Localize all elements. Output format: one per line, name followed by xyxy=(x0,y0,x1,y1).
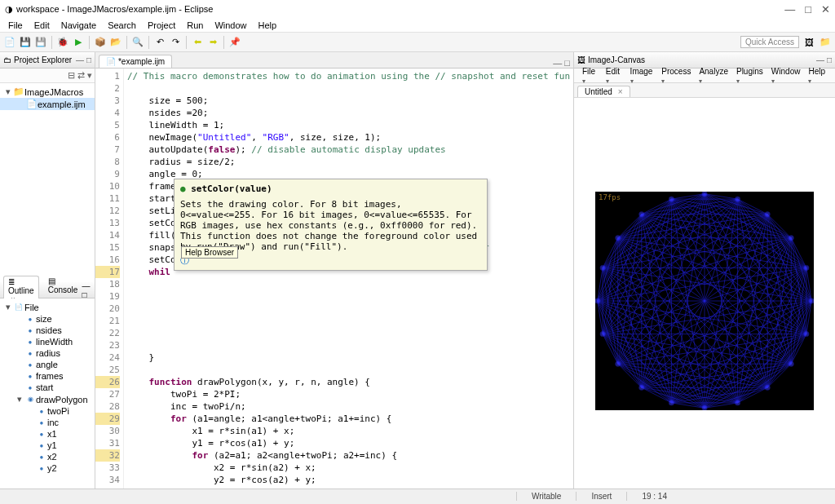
maximize-view-icon[interactable]: □ xyxy=(827,55,832,64)
menu-project[interactable]: Project xyxy=(143,20,180,31)
app-icon: ◑ xyxy=(5,4,13,15)
canvas-menu-help[interactable]: Help xyxy=(805,67,830,85)
outline-var-y2[interactable]: ●y2 xyxy=(0,462,95,474)
menu-edit[interactable]: Edit xyxy=(29,20,55,31)
maximize-editor-icon[interactable]: □ xyxy=(564,58,570,68)
canvas-menu-edit[interactable]: Edit xyxy=(603,67,625,85)
perspective-imagej-icon[interactable]: 🖼 xyxy=(802,36,815,49)
project-explorer-title: Project Explorer xyxy=(14,55,72,64)
imagej-canvas-view: 🖼 ImageJ-Canvas — □ FileEditImageProcess… xyxy=(574,52,835,489)
menu-window[interactable]: Window xyxy=(210,20,251,31)
new-package-icon[interactable]: 📦 xyxy=(94,36,107,49)
perspective-resource-icon[interactable]: 📁 xyxy=(819,36,832,49)
view-menu-icon[interactable]: ▾ xyxy=(87,70,92,81)
outline-var-x1[interactable]: ●x1 xyxy=(0,428,95,440)
minimize-view-icon[interactable]: — xyxy=(816,55,824,64)
prev-annotation-icon[interactable]: ↶ xyxy=(153,36,166,49)
canvas-view-title: ImageJ-Canvas xyxy=(588,55,645,64)
search-icon[interactable]: 🔍 xyxy=(131,36,144,49)
rendered-image: 17fps xyxy=(595,192,814,410)
editor-tab[interactable]: 📄 *example.ijm xyxy=(99,55,172,68)
open-type-icon[interactable]: 📂 xyxy=(109,36,122,49)
save-all-icon[interactable]: 💾 xyxy=(34,36,47,49)
canvas-menu-window[interactable]: Window xyxy=(768,67,804,85)
line-gutter: 1234567891011121314151617181920212223242… xyxy=(95,69,124,489)
separator xyxy=(186,36,187,49)
pin-icon[interactable]: 📌 xyxy=(228,36,241,49)
run-icon[interactable]: ▶ xyxy=(72,36,85,49)
canvas-menu-file[interactable]: File xyxy=(579,67,601,85)
code-text[interactable]: // This macro demonstrates how to do ani… xyxy=(124,69,573,489)
menu-search[interactable]: Search xyxy=(103,20,141,31)
svg-point-17 xyxy=(600,331,605,336)
outline-var-start[interactable]: ●start xyxy=(0,382,95,393)
menu-file[interactable]: File xyxy=(3,20,28,31)
canvas-area[interactable]: 17fps xyxy=(574,98,835,489)
fps-label: 17fps xyxy=(599,193,621,201)
maximize-view-icon[interactable]: □ xyxy=(82,290,86,299)
outline-var-angle[interactable]: ●angle xyxy=(0,359,95,370)
outline-file[interactable]: ▾📄File xyxy=(0,301,95,313)
canvas-menubar: FileEditImageProcessAnalyzePluginsWindow… xyxy=(574,69,835,83)
menu-help[interactable]: Help xyxy=(254,20,282,31)
back-icon[interactable]: ⬅ xyxy=(191,36,204,49)
svg-point-12 xyxy=(669,197,674,201)
canvas-tab[interactable]: Untitled × xyxy=(577,86,630,97)
minimize-view-icon[interactable]: — xyxy=(82,281,90,290)
minimize-button[interactable]: — xyxy=(784,3,795,15)
outline-var-radius[interactable]: ●radius xyxy=(0,347,95,359)
file-label: example.ijm xyxy=(38,99,86,109)
canvas-menu-image[interactable]: Image xyxy=(627,67,657,85)
maximize-view-icon[interactable]: □ xyxy=(86,55,91,64)
canvas-menu-plugins[interactable]: Plugins xyxy=(733,67,767,85)
save-icon[interactable]: 💾 xyxy=(19,36,32,49)
minimize-editor-icon[interactable]: — xyxy=(553,58,562,68)
outline-fn-drawpolygon[interactable]: ▾◉drawPolygon xyxy=(0,393,95,405)
svg-point-1 xyxy=(702,405,707,410)
outline-var-lineWidth[interactable]: ●lineWidth xyxy=(0,336,95,347)
separator xyxy=(126,36,127,49)
outline-var-y1[interactable]: ●y1 xyxy=(0,440,95,451)
next-annotation-icon[interactable]: ↷ xyxy=(169,36,182,49)
svg-point-10 xyxy=(735,197,740,201)
new-icon[interactable]: 📄 xyxy=(3,36,16,49)
outline-var-twoPi[interactable]: ●twoPi xyxy=(0,405,95,417)
svg-point-8 xyxy=(789,236,793,241)
project-node[interactable]: ▾📁 ImageJMacros xyxy=(0,86,95,98)
tooltip-title: setColor(value) xyxy=(191,183,272,194)
debug-icon[interactable]: 🐞 xyxy=(56,36,69,49)
outline-var-nsides[interactable]: ●nsides xyxy=(0,325,95,336)
file-icon: 📄 xyxy=(106,57,116,66)
close-tab-icon[interactable]: × xyxy=(618,87,623,96)
svg-point-16 xyxy=(595,298,600,303)
canvas-menu-process[interactable]: Process xyxy=(658,67,694,85)
main-menubar: FileEditNavigateSearchProjectRunWindowHe… xyxy=(0,18,835,33)
quick-access-input[interactable]: Quick Access xyxy=(740,36,799,48)
minimize-view-icon[interactable]: — xyxy=(76,55,84,64)
outline-tree[interactable]: ▾📄File●size●nsides●lineWidth●radius●angl… xyxy=(0,298,95,489)
status-cursor-pos: 19 : 14 xyxy=(626,492,682,501)
outline-var-size[interactable]: ●size xyxy=(0,313,95,325)
canvas-menu-analyze[interactable]: Analyze xyxy=(696,67,731,85)
svg-point-14 xyxy=(616,236,621,241)
menu-run[interactable]: Run xyxy=(182,20,208,31)
maximize-button[interactable]: □ xyxy=(805,3,811,15)
project-tree[interactable]: ▾📁 ImageJMacros 📄 example.ijm xyxy=(0,83,95,282)
outline-var-frames[interactable]: ●frames xyxy=(0,370,95,382)
collapse-all-icon[interactable]: ⊟ xyxy=(68,70,75,81)
status-writable: Writable xyxy=(516,492,577,501)
svg-point-18 xyxy=(616,361,621,366)
project-explorer-icon: 🗀 xyxy=(3,55,11,64)
outline-var-x2[interactable]: ●x2 xyxy=(0,451,95,462)
svg-point-5 xyxy=(804,331,809,336)
polygon-graphic xyxy=(595,192,814,410)
forward-icon[interactable]: ➡ xyxy=(206,36,219,49)
code-editor[interactable]: 1234567891011121314151617181920212223242… xyxy=(95,69,573,489)
file-node[interactable]: 📄 example.ijm xyxy=(0,98,95,110)
menu-navigate[interactable]: Navigate xyxy=(56,20,101,31)
outline-view: ≣ Outline × ▤ Console — □ ▾📄File●size●ns… xyxy=(0,282,95,489)
close-button[interactable]: ✕ xyxy=(821,3,830,15)
link-editor-icon[interactable]: ⇄ xyxy=(77,70,85,81)
outline-var-inc[interactable]: ●inc xyxy=(0,417,95,428)
window-titlebar: ◑ workspace - ImageJMacros/example.ijm -… xyxy=(0,0,835,18)
